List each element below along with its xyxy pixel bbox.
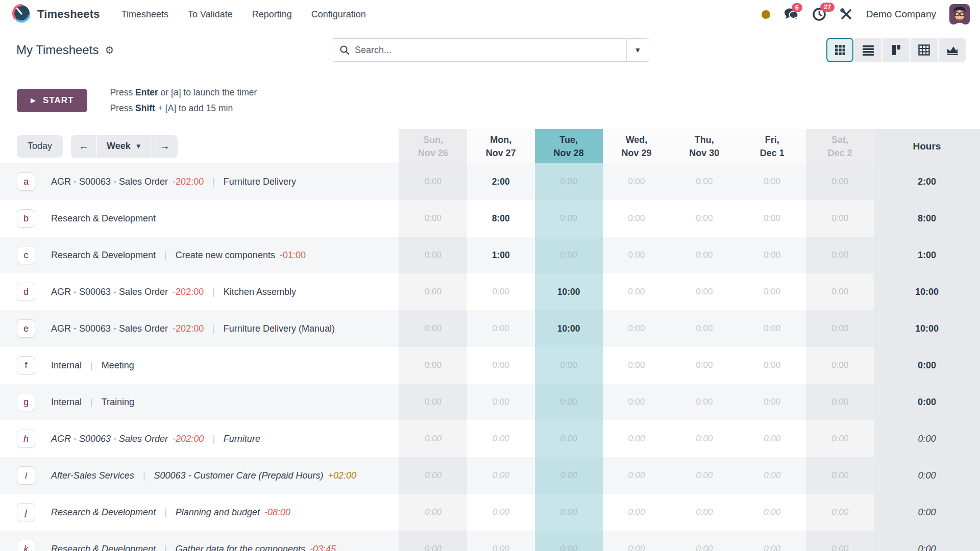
start-timer-button[interactable]: ▶ START: [17, 89, 87, 112]
cell-e-1[interactable]: 0:00: [467, 310, 535, 347]
menu-configuration[interactable]: Configuration: [311, 9, 366, 20]
action-gear-icon[interactable]: ⚙: [105, 45, 114, 55]
cell-c-6[interactable]: 0:00: [806, 237, 874, 273]
cell-b-1[interactable]: 8:00: [467, 200, 535, 237]
cell-a-5[interactable]: 0:00: [738, 163, 806, 200]
cell-h-6[interactable]: 0:00: [806, 420, 874, 457]
messages-button[interactable]: 6: [783, 8, 799, 21]
cell-e-3[interactable]: 0:00: [603, 310, 671, 347]
cell-d-0[interactable]: 0:00: [399, 273, 467, 310]
cell-k-0[interactable]: 0:00: [399, 531, 467, 551]
support-tools-button[interactable]: [840, 8, 853, 21]
view-list-button[interactable]: [854, 38, 881, 62]
cell-c-1[interactable]: 1:00: [467, 237, 535, 273]
next-week-button[interactable]: →: [152, 135, 178, 158]
cell-k-5[interactable]: 0:00: [738, 531, 806, 551]
cell-i-0[interactable]: 0:00: [399, 457, 467, 494]
user-avatar[interactable]: [949, 4, 970, 24]
cell-f-5[interactable]: 0:00: [738, 347, 806, 384]
cell-a-2[interactable]: 0:00: [535, 163, 603, 200]
cell-g-4[interactable]: 0:00: [670, 384, 738, 420]
cell-a-3[interactable]: 0:00: [603, 163, 671, 200]
cell-k-6[interactable]: 0:00: [806, 531, 874, 551]
menu-to-validate[interactable]: To Validate: [188, 9, 233, 20]
cell-a-0[interactable]: 0:00: [399, 163, 467, 200]
timer-status-dot[interactable]: [762, 10, 770, 19]
cell-j-5[interactable]: 0:00: [738, 494, 806, 531]
cell-e-4[interactable]: 0:00: [670, 310, 738, 347]
view-kanban-button[interactable]: [883, 38, 910, 62]
cell-k-4[interactable]: 0:00: [670, 531, 738, 551]
cell-g-5[interactable]: 0:00: [738, 384, 806, 420]
search-dropdown-toggle[interactable]: ▼: [626, 39, 649, 61]
cell-g-6[interactable]: 0:00: [806, 384, 874, 420]
cell-c-2[interactable]: 0:00: [535, 237, 603, 273]
cell-f-2[interactable]: 0:00: [535, 347, 603, 384]
cell-b-0[interactable]: 0:00: [399, 200, 467, 237]
cell-b-5[interactable]: 0:00: [738, 200, 806, 237]
cell-e-0[interactable]: 0:00: [399, 310, 467, 347]
today-button[interactable]: Today: [17, 135, 63, 158]
cell-c-0[interactable]: 0:00: [399, 237, 467, 273]
cell-e-5[interactable]: 0:00: [738, 310, 806, 347]
cell-f-4[interactable]: 0:00: [670, 347, 738, 384]
cell-j-3[interactable]: 0:00: [603, 494, 671, 531]
menu-reporting[interactable]: Reporting: [252, 9, 292, 20]
cell-f-6[interactable]: 0:00: [806, 347, 874, 384]
cell-h-3[interactable]: 0:00: [603, 420, 671, 457]
cell-a-6[interactable]: 0:00: [806, 163, 874, 200]
cell-a-1[interactable]: 2:00: [467, 163, 535, 200]
cell-j-2[interactable]: 0:00: [535, 494, 603, 531]
cell-g-3[interactable]: 0:00: [603, 384, 671, 420]
cell-i-3[interactable]: 0:00: [603, 457, 671, 494]
cell-i-4[interactable]: 0:00: [670, 457, 738, 494]
cell-d-4[interactable]: 0:00: [670, 273, 738, 310]
cell-c-5[interactable]: 0:00: [738, 237, 806, 273]
cell-k-1[interactable]: 0:00: [467, 531, 535, 551]
cell-e-2[interactable]: 10:00: [535, 310, 603, 347]
cell-d-2[interactable]: 10:00: [535, 273, 603, 310]
cell-c-4[interactable]: 0:00: [670, 237, 738, 273]
cell-f-0[interactable]: 0:00: [399, 347, 467, 384]
view-pivot-button[interactable]: [911, 38, 938, 62]
cell-k-3[interactable]: 0:00: [603, 531, 671, 551]
cell-h-5[interactable]: 0:00: [738, 420, 806, 457]
cell-b-2[interactable]: 0:00: [535, 200, 603, 237]
cell-i-2[interactable]: 0:00: [535, 457, 603, 494]
cell-b-4[interactable]: 0:00: [670, 200, 738, 237]
cell-i-6[interactable]: 0:00: [806, 457, 874, 494]
cell-d-1[interactable]: 0:00: [467, 273, 535, 310]
previous-week-button[interactable]: ←: [71, 135, 96, 158]
cell-i-5[interactable]: 0:00: [738, 457, 806, 494]
cell-d-6[interactable]: 0:00: [806, 273, 874, 310]
cell-h-2[interactable]: 0:00: [535, 420, 603, 457]
cell-g-1[interactable]: 0:00: [467, 384, 535, 420]
cell-j-4[interactable]: 0:00: [670, 494, 738, 531]
view-graph-button[interactable]: [939, 38, 966, 62]
cell-d-3[interactable]: 0:00: [603, 273, 671, 310]
cell-a-4[interactable]: 0:00: [670, 163, 738, 200]
company-switcher[interactable]: Demo Company: [866, 9, 936, 20]
search-input[interactable]: [355, 45, 626, 56]
app-home-link[interactable]: Timesheets: [11, 3, 100, 26]
cell-f-1[interactable]: 0:00: [467, 347, 535, 384]
menu-timesheets[interactable]: Timesheets: [121, 9, 168, 20]
cell-i-1[interactable]: 0:00: [467, 457, 535, 494]
cell-j-6[interactable]: 0:00: [806, 494, 874, 531]
cell-j-0[interactable]: 0:00: [399, 494, 467, 531]
view-grid-button[interactable]: [826, 38, 853, 62]
cell-g-2[interactable]: 0:00: [535, 384, 603, 420]
cell-j-1[interactable]: 0:00: [467, 494, 535, 531]
cell-e-6[interactable]: 0:00: [806, 310, 874, 347]
cell-b-6[interactable]: 0:00: [806, 200, 874, 237]
cell-f-3[interactable]: 0:00: [603, 347, 671, 384]
activities-button[interactable]: 27: [812, 7, 826, 21]
cell-d-5[interactable]: 0:00: [738, 273, 806, 310]
cell-k-2[interactable]: 0:00: [535, 531, 603, 551]
cell-h-4[interactable]: 0:00: [670, 420, 738, 457]
cell-h-1[interactable]: 0:00: [467, 420, 535, 457]
cell-g-0[interactable]: 0:00: [399, 384, 467, 420]
cell-h-0[interactable]: 0:00: [399, 420, 467, 457]
range-selector-button[interactable]: Week▼: [97, 135, 152, 158]
cell-c-3[interactable]: 0:00: [603, 237, 671, 273]
